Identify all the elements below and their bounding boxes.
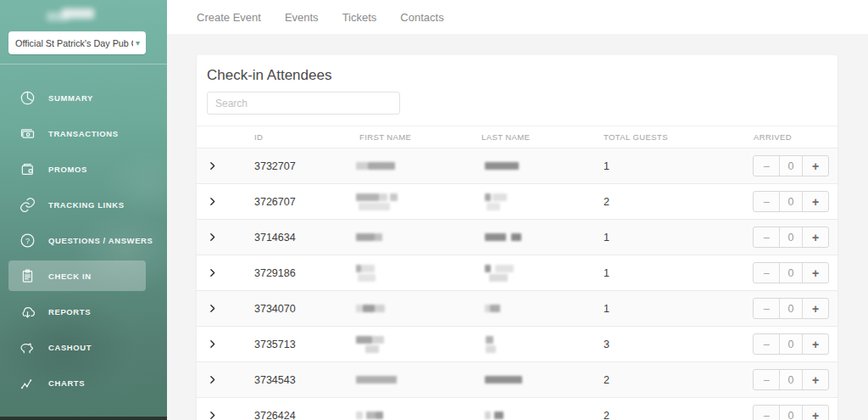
chevron-right-icon <box>207 196 218 207</box>
last-name-cell <box>461 375 583 384</box>
expand-row-button[interactable] <box>197 410 234 420</box>
decrement-arrived-button[interactable]: − <box>754 406 779 420</box>
table-row: 37345432−0+ <box>197 361 837 397</box>
nav-contacts[interactable]: Contacts <box>400 11 443 24</box>
redacted-name <box>356 335 461 354</box>
total-guests: 1 <box>583 303 733 315</box>
nav-create-event[interactable]: Create Event <box>197 11 261 24</box>
sidebar-item-summary[interactable]: SUMMARY <box>0 80 167 115</box>
increment-arrived-button[interactable]: + <box>803 227 828 247</box>
last-name-cell <box>461 411 583 420</box>
redacted-name <box>485 335 583 354</box>
redacted-name <box>356 264 461 283</box>
chevron-right-icon <box>207 410 218 420</box>
redacted-name <box>356 161 461 171</box>
attendee-id: 3729186 <box>234 267 339 279</box>
increment-arrived-button[interactable]: + <box>803 334 828 354</box>
search-input[interactable] <box>207 92 400 115</box>
pie-chart-icon <box>19 89 36 107</box>
table-row: 37357133−0+ <box>197 326 837 361</box>
nav-events[interactable]: Events <box>285 11 319 24</box>
redacted-name <box>356 304 461 313</box>
sidebar-item-tracking-links[interactable]: TRACKING LINKS <box>0 187 167 222</box>
increment-arrived-button[interactable]: + <box>803 263 828 283</box>
decrement-arrived-button[interactable]: − <box>754 227 779 247</box>
redacted-name <box>485 161 583 171</box>
increment-arrived-button[interactable]: + <box>803 406 828 420</box>
increment-arrived-button[interactable]: + <box>803 370 828 389</box>
redacted-name <box>485 193 583 211</box>
attendee-id: 3714634 <box>234 232 339 244</box>
redacted-name <box>485 304 583 313</box>
arrived-value: 0 <box>779 334 803 354</box>
redacted-name <box>356 375 461 384</box>
table-row: 37267072−0+ <box>197 183 837 219</box>
decrement-arrived-button[interactable]: − <box>754 370 779 389</box>
decrement-arrived-button[interactable]: − <box>754 299 779 318</box>
svg-text:?: ? <box>25 236 30 244</box>
arrived-stepper: −0+ <box>753 405 829 420</box>
decrement-arrived-button[interactable]: − <box>754 156 779 176</box>
expand-row-button[interactable] <box>197 303 234 314</box>
app-logo <box>47 7 94 24</box>
sidebar-item-transactions[interactable]: TRANSACTIONS <box>0 115 167 151</box>
table-row: 37146341−0+ <box>197 219 837 255</box>
expand-row-button[interactable] <box>197 339 234 350</box>
arrived-stepper: −0+ <box>753 227 829 248</box>
arrived-value: 0 <box>779 227 803 247</box>
chevron-right-icon <box>207 267 218 278</box>
clipboard-icon <box>19 267 36 285</box>
first-name-cell <box>339 411 461 420</box>
increment-arrived-button[interactable]: + <box>803 156 828 176</box>
increment-arrived-button[interactable]: + <box>803 299 828 318</box>
sidebar-item-label: REPORTS <box>48 307 91 316</box>
attendee-id: 3734543 <box>234 374 339 386</box>
event-selector-dropdown[interactable]: Official St Patrick's Day Pub C.. ▾ <box>8 31 146 54</box>
arrived-cell: −0+ <box>733 262 837 283</box>
sidebar: Official St Patrick's Day Pub C.. ▾ SUMM… <box>0 0 167 420</box>
arrived-cell: −0+ <box>733 227 837 248</box>
last-name-cell <box>461 232 583 242</box>
sidebar-item-cashout[interactable]: CASHOUT <box>0 329 167 365</box>
sidebar-item-check-in[interactable]: CHECK IN <box>0 258 167 294</box>
chain-link-icon <box>19 196 36 214</box>
top-navigation: Create EventEventsTicketsContacts <box>167 0 868 34</box>
expand-row-button[interactable] <box>197 160 234 171</box>
decrement-arrived-button[interactable]: − <box>754 334 779 354</box>
first-name-cell <box>339 304 461 313</box>
first-name-cell <box>339 161 461 171</box>
arrived-cell: −0+ <box>733 369 837 390</box>
total-guests: 1 <box>583 267 733 279</box>
column-header-first-name: FIRST NAME <box>339 132 461 142</box>
banknote-icon <box>19 125 36 143</box>
arrived-stepper: −0+ <box>753 262 829 283</box>
decrement-arrived-button[interactable]: − <box>754 192 779 211</box>
page-title: Check-in Attendees <box>207 67 837 84</box>
chevron-right-icon <box>207 232 218 243</box>
sidebar-item-charts[interactable]: CHARTS <box>0 365 167 400</box>
attendee-id: 3734070 <box>234 303 339 315</box>
expand-row-button[interactable] <box>197 196 234 207</box>
arrived-value: 0 <box>779 299 803 318</box>
sidebar-item-label: TRACKING LINKS <box>48 200 125 210</box>
table-header-row: IDFIRST NAMELAST NAMETOTAL GUESTSARRIVED <box>197 126 837 148</box>
sidebar-item-questions-answers[interactable]: ?QUESTIONS / ANSWERS <box>0 222 167 258</box>
total-guests: 2 <box>583 196 733 208</box>
arrived-cell: −0+ <box>733 298 837 319</box>
decrement-arrived-button[interactable]: − <box>754 263 779 283</box>
arrived-cell: −0+ <box>733 155 837 176</box>
column-header-last-name: LAST NAME <box>461 132 583 142</box>
expand-row-button[interactable] <box>197 374 234 385</box>
expand-row-button[interactable] <box>197 232 234 243</box>
increment-arrived-button[interactable]: + <box>803 192 828 211</box>
redacted-name <box>356 232 461 242</box>
piggy-bank-icon <box>19 339 36 356</box>
expand-row-button[interactable] <box>197 267 234 278</box>
last-name-cell <box>461 335 583 354</box>
arrived-value: 0 <box>779 370 803 389</box>
sidebar-item-reports[interactable]: REPORTS <box>0 294 167 329</box>
arrived-stepper: −0+ <box>753 155 829 176</box>
nav-tickets[interactable]: Tickets <box>342 11 377 24</box>
main-content: Check-in Attendees IDFIRST NAMELAST NAME… <box>167 34 868 420</box>
sidebar-item-promos[interactable]: PROMOS <box>0 151 167 187</box>
